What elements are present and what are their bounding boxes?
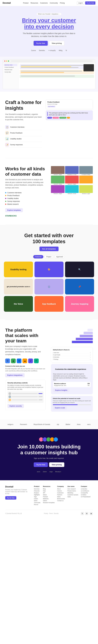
template-card-9[interactable]: Journey mapping — [65, 296, 94, 312]
step-4 — [76, 338, 93, 340]
hero-pricing-button[interactable]: View pricing — [49, 41, 64, 46]
footer-link-vs-enjoyhq[interactable]: vs EnjoyHQ — [81, 492, 90, 494]
mock-row-1 — [9, 392, 42, 395]
footer-link-vs-productboard[interactable]: vs Productboard — [81, 496, 90, 498]
footer-link-brand[interactable]: Brand assets — [57, 498, 65, 500]
nav-pricing[interactable]: Pricing — [60, 2, 65, 4]
footer-link-about[interactable]: About — [57, 488, 65, 490]
footer-link-vs-notion[interactable]: vs Notion — [81, 494, 90, 496]
customize-card: Customize the stakeholder experience Kee… — [51, 364, 93, 394]
template-card-5[interactable]: ⚖️ — [35, 279, 63, 294]
feature-item-2: 💬 Product feedback — [5, 130, 42, 136]
footer-link-marketing[interactable]: Marketing — [67, 492, 78, 494]
twitter-icon[interactable]: 𝕏 — [81, 512, 84, 515]
template-card-3[interactable]: 🔍 — [65, 262, 94, 277]
login-button[interactable]: Log in — [77, 1, 84, 5]
footer-link-charts[interactable]: Charts — [34, 498, 40, 500]
security-btn[interactable]: Explore security — [8, 404, 24, 408]
footer-link-recruit[interactable]: Recruit — [34, 504, 40, 505]
explore-integrations-button[interactable]: Explore integrations — [5, 373, 25, 377]
explore-templates-button[interactable]: Explore templates — [5, 208, 23, 212]
feature-item-3: 📊 Usability studies — [5, 136, 42, 142]
footer-link-vs-confluence[interactable]: vs Confluence — [81, 490, 90, 492]
footer-col-compare-heading: Compare — [81, 486, 90, 487]
hero-try-button[interactable]: Try for free — [34, 41, 48, 46]
customer-data-left: Works for all kinds of customer data Use… — [5, 166, 46, 217]
nav-product[interactable]: Product — [23, 2, 29, 4]
mock-dot-yellow — [6, 60, 7, 62]
footer-link-blog[interactable]: Blog — [43, 488, 55, 490]
security-text: Our platform includes industry-leading s… — [8, 384, 44, 390]
template-card-8[interactable]: App feedback — [35, 296, 63, 312]
footer-link-productteams[interactable]: Product teams — [67, 490, 78, 492]
customize-btn[interactable]: Explore Insights — [53, 388, 69, 392]
template-card-4[interactable]: get promoted promoter score n — [4, 279, 33, 294]
footer-col-usecases-heading: Use cases — [67, 486, 78, 487]
tab-approved[interactable]: Approved — [54, 255, 65, 258]
tab-featured[interactable]: Featured — [33, 255, 43, 258]
logo-shopify: ✦ shopify — [48, 50, 56, 52]
feature-icon-2: 💬 — [5, 131, 9, 135]
footer-link-transcripts[interactable]: Transcripts — [34, 502, 40, 503]
try-free-button-nav[interactable]: Try for free — [85, 2, 95, 4]
mock-row-3 — [9, 398, 42, 401]
tag-ux: UX — [67, 117, 70, 118]
tab-project[interactable]: Project — [44, 255, 53, 258]
join-try-button[interactable]: Try for free — [34, 462, 48, 467]
platform-inner: The platform that scales with your team … — [5, 328, 93, 412]
unlock-btn[interactable]: Explore scale — [53, 406, 67, 410]
navigation: Dovetail Product Resources Customers Com… — [0, 0, 98, 6]
hero-badge[interactable]: What's new: Dovetail + integrations → — [37, 13, 61, 15]
footer-link-templates[interactable]: Research templates — [43, 502, 55, 503]
linkedin-icon[interactable]: in — [85, 512, 88, 515]
template-card-2[interactable]: 🎨 — [35, 262, 63, 277]
footer-link-channels[interactable]: Channels — [34, 490, 40, 492]
join-pricing-button[interactable]: View pricing — [49, 462, 64, 467]
sc-home-card: SafetyCulture's Home to 1 Start here → 3… — [51, 347, 93, 362]
footer-link-webinars[interactable]: Webinars — [43, 498, 55, 500]
footer-link-status[interactable]: Status — [43, 494, 55, 496]
video-thumb-col-1: Veronica P., Graphic — [51, 166, 65, 175]
nav-customers[interactable]: Customers — [40, 2, 48, 4]
footer-link-vs-aurelius[interactable]: vs Aurelius — [81, 488, 90, 490]
footer-link-sales[interactable]: Sales — [67, 496, 78, 498]
github-icon[interactable]: ◈ — [90, 512, 93, 515]
insight-quote: "The participant said the pricing was co… — [47, 112, 91, 116]
footer-link-podcast[interactable]: Podcast — [43, 496, 55, 498]
footer-link-contact[interactable]: Contact us — [57, 500, 65, 502]
footer-link-careers[interactable]: Careers — [57, 490, 65, 492]
see-all-templates-button[interactable]: See all templates — [39, 246, 59, 251]
footer-link-news[interactable]: News — [57, 496, 65, 498]
template-card-1[interactable]: Usability testing — [4, 262, 33, 277]
footer-link-highlights[interactable]: Highlights — [34, 494, 40, 496]
video-thumb-2 — [65, 166, 79, 174]
customize-title: Customize the stakeholder experience — [53, 366, 91, 372]
footer-link-videos[interactable]: Videos — [43, 500, 55, 502]
footer-try-button[interactable]: Try for free — [5, 496, 16, 500]
footer-link-customersuccess[interactable]: Customer success — [67, 494, 78, 496]
footer-link-analysis[interactable]: Analysis — [34, 492, 40, 494]
mock-sidebar-research: Research repo — [4, 69, 17, 71]
footer-link-overview[interactable]: Overview — [34, 488, 40, 490]
footer-col-resources-heading: Resources — [43, 486, 55, 487]
footer-link-help[interactable]: Help — [43, 490, 55, 492]
hero-description: The flexible customer insights platform … — [20, 32, 78, 38]
footer-link-notes[interactable]: Notes — [34, 500, 40, 502]
footer-link-tags[interactable]: Tags — [34, 496, 40, 498]
footer-link-userresearch[interactable]: User research — [67, 488, 78, 490]
footer-link-api[interactable]: API — [43, 492, 55, 494]
footer-link-partners[interactable]: Partners — [57, 494, 65, 496]
dot-4 — [5, 201, 6, 202]
footer-link-customers[interactable]: Customers — [57, 492, 65, 494]
join-buttons: Try for free View pricing — [5, 462, 93, 467]
data-type-5: Market research — [5, 203, 46, 206]
sc-val-1: → — [90, 352, 91, 353]
unlock-title: Unlock the potential of research at scal… — [53, 398, 91, 399]
nav-community[interactable]: Community — [50, 2, 58, 4]
footer-legal: Privacy · Terms · Security — [44, 513, 59, 514]
template-card-6[interactable]: 📌 — [65, 279, 94, 294]
step-3 — [80, 335, 93, 337]
template-card-7[interactable]: the Voice — [4, 296, 33, 312]
nav-resources[interactable]: Resources — [31, 2, 38, 4]
customer-data-heading: Works for all kinds of customer data — [5, 166, 46, 177]
